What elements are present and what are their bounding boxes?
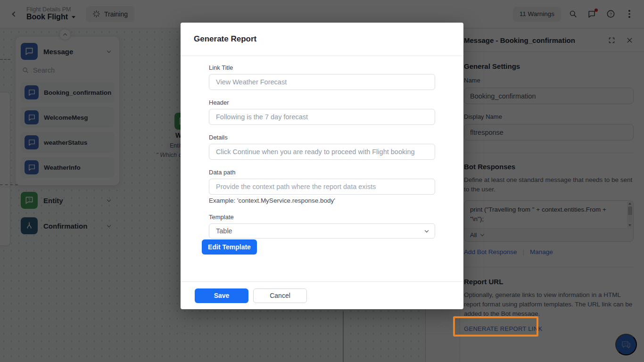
save-button[interactable]: Save	[195, 288, 248, 303]
highlight-annotation	[453, 316, 538, 337]
chevron-down-icon	[425, 228, 429, 232]
edit-template-button[interactable]: Edit Template	[202, 239, 257, 255]
link-title-field[interactable]	[209, 74, 435, 90]
link-title-label: Link Title	[209, 64, 435, 71]
template-select[interactable]: Table	[209, 223, 435, 239]
data-path-example: Example: 'context.MyService.response.bod…	[209, 197, 435, 204]
template-value: Table	[216, 227, 232, 235]
modal-footer: Save Cancel	[181, 281, 463, 309]
details-field[interactable]	[209, 144, 435, 160]
modal-header: Generate Report	[181, 23, 463, 56]
cancel-button[interactable]: Cancel	[253, 288, 307, 303]
template-label: Template	[209, 214, 435, 221]
modal-title: Generate Report	[194, 34, 256, 44]
app-screen: Flight Details PM Book Flight Training 1…	[0, 0, 644, 362]
data-path-label: Data path	[209, 169, 435, 176]
generate-report-modal: Generate Report Link Title Header Detail…	[181, 23, 463, 309]
header-field[interactable]	[209, 109, 435, 125]
data-path-field[interactable]	[209, 179, 435, 195]
details-label: Details	[209, 134, 435, 141]
header-label: Header	[209, 99, 435, 106]
